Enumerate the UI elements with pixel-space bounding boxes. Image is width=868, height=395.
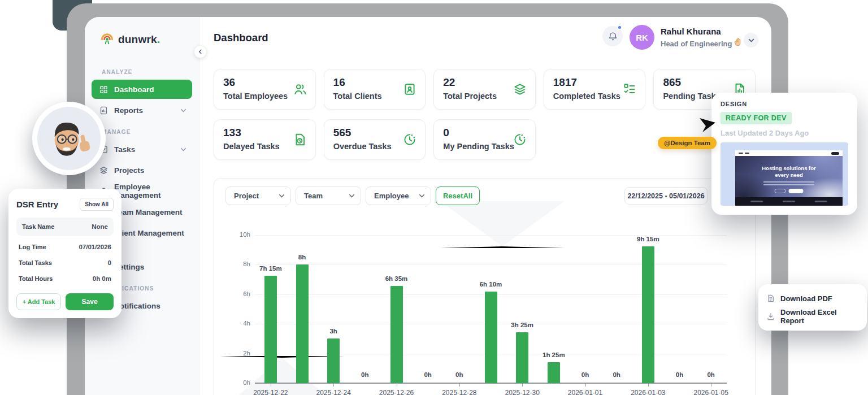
sidebar-item-reports[interactable]: Reports	[92, 101, 192, 120]
logo-icon	[99, 31, 115, 48]
avatar[interactable]: RK	[630, 25, 654, 50]
chart-bar-2025-12-23[interactable]	[296, 264, 309, 383]
employee-filter-select[interactable]: Employee	[366, 186, 431, 205]
reset-all-button[interactable]: ResetAll	[436, 186, 480, 205]
dsr-row-value: 07/01/2026	[79, 244, 111, 250]
chart-bar-2025-12-29[interactable]	[485, 292, 497, 383]
doc-icon	[766, 294, 775, 303]
clock-icon	[513, 132, 527, 147]
logo-text: dunwrk.	[118, 33, 160, 46]
app-window: dunwrk. ANALYZEDashboardReportsMANAGETas…	[85, 17, 771, 395]
mock-navbar	[735, 150, 843, 156]
bell-icon	[607, 31, 618, 42]
menu-item-label: Download PDF	[780, 294, 832, 303]
chart-bar-2025-12-31[interactable]	[548, 362, 560, 383]
project-filter-select[interactable]: Project	[225, 186, 291, 205]
profile-photo	[32, 102, 106, 175]
mock-subtext	[763, 181, 814, 185]
bar-value-label: 7h 15m	[251, 265, 290, 272]
sidebar-item-label: Reports	[114, 106, 143, 115]
chevron-down-icon	[180, 107, 186, 114]
dsr-rows: Task NameNoneLog Time07/01/2026Total Tas…	[16, 218, 114, 287]
x-axis-tick	[711, 384, 711, 387]
chevron-down-icon	[180, 146, 186, 153]
page-title: Dashboard	[214, 32, 268, 44]
x-axis-tick	[271, 384, 271, 387]
mock-footer	[735, 197, 843, 206]
stat-card-overdue-tasks: 565Overdue Tasks	[324, 119, 426, 160]
dsr-row-label: Total Hours	[19, 275, 53, 282]
y-axis-label: 10h	[225, 231, 250, 238]
x-axis-label: 2026-01-03	[623, 389, 674, 395]
bar-value-label: 6h 10m	[471, 281, 511, 288]
ready-for-dev-badge: READY FOR DEV	[721, 112, 792, 124]
x-axis-tick	[397, 384, 397, 387]
dsr-row-label: Total Tasks	[19, 259, 52, 266]
sidebar-collapse-button[interactable]	[194, 45, 207, 58]
website-mockup: Hosting solutions for every need	[735, 150, 843, 206]
stat-label: Delayed Tasks	[223, 142, 292, 151]
x-axis-tick	[585, 384, 586, 387]
user-menu-chevron[interactable]	[744, 33, 758, 47]
bar-value-label: 9h 15m	[628, 236, 668, 242]
layers-icon	[513, 82, 527, 97]
chart-bar-2025-12-30[interactable]	[516, 332, 528, 383]
chevron-down-icon	[748, 37, 754, 44]
bar-value-label: 0h	[345, 371, 385, 378]
sidebar-item-label: Dashboard	[114, 85, 154, 94]
stat-card-total-clients: 16Total Clients	[324, 69, 426, 110]
dsr-row-label: Log Time	[19, 244, 46, 250]
chart-bar-2026-01-03[interactable]	[642, 246, 654, 383]
date-range-field[interactable]: 22/12/2025 - 05/01/2026	[624, 187, 708, 205]
stats-row-1: 36Total Employees16Total Clients22Total …	[214, 69, 756, 110]
stat-card-delayed-tasks: 133Delayed Tasks	[214, 119, 316, 160]
x-axis-tick	[648, 384, 649, 387]
y-axis-label: 0h	[225, 379, 250, 386]
download-excel-report-menu-item[interactable]: Download Excel Report	[758, 307, 867, 325]
team-filter-label: Team	[304, 192, 323, 200]
sidebar-item-dashboard[interactable]: Dashboard	[92, 80, 192, 99]
chart-bar-2025-12-22[interactable]	[264, 276, 277, 383]
design-category-label: DESIGN	[721, 101, 848, 107]
idcard-icon	[402, 82, 417, 97]
sidebar-item-tasks[interactable]: Tasks	[92, 140, 192, 159]
download-icon	[766, 312, 775, 321]
bar-value-label: 3h	[314, 328, 353, 335]
stat-label: Total Clients	[333, 92, 402, 101]
docclock-icon	[293, 132, 307, 147]
chart-bar-2025-12-24[interactable]	[327, 338, 340, 383]
project-filter-label: Project	[234, 192, 259, 200]
team-filter-select[interactable]: Team	[296, 186, 361, 205]
stat-card-completed-tasks: 1817Completed Tasks	[544, 69, 646, 110]
x-axis-label: 2026-01-05	[685, 389, 736, 395]
x-axis-label: 2025-12-28	[434, 389, 485, 395]
users-icon	[293, 82, 307, 97]
x-axis-tick	[459, 384, 460, 387]
x-axis-label: 2025-12-22	[245, 389, 296, 395]
save-button[interactable]: Save	[66, 293, 114, 310]
stats-row-2: 133Delayed Tasks565Overdue Tasks0My Pend…	[214, 119, 536, 160]
sidebar-item-projects[interactable]: Projects	[92, 160, 192, 180]
stat-label: Total Employees	[223, 92, 292, 101]
download-pdf-menu-item[interactable]: Download PDF	[758, 289, 867, 307]
download-menu: Download PDFDownload Excel Report	[758, 284, 867, 331]
dsr-row-total-tasks: Total Tasks0	[16, 255, 114, 271]
bar-value-label: 1h 25m	[534, 351, 574, 358]
add-task-button[interactable]: + Add Task	[16, 293, 61, 310]
sidebar-item-label: Tasks	[114, 145, 135, 154]
stat-card-total-employees: 36Total Employees	[214, 69, 316, 110]
design-preview-card: DESIGN READY FOR DEV Last Updated 2 Days…	[711, 93, 857, 215]
stat-label: Completed Tasks	[553, 92, 622, 101]
design-team-badge[interactable]: @Design Team	[658, 137, 717, 149]
y-axis-label: 4h	[225, 320, 250, 327]
hours-bar-chart: 0h2h4h6h8h10h7h 15m2025-12-228h3h2025-12…	[255, 235, 727, 383]
main-content: Dashboard RK Rahul Khurana Head of Engin…	[199, 17, 771, 395]
nav-section-label: ANALYZE	[102, 69, 191, 75]
waving-hand-icon	[733, 37, 743, 47]
stat-card-total-projects: 22Total Projects	[433, 69, 536, 110]
design-thumbnail[interactable]: Hosting solutions for every need	[721, 142, 848, 206]
chevron-down-icon	[419, 193, 425, 199]
grid-icon	[99, 85, 108, 94]
chart-bar-2025-12-26[interactable]	[390, 286, 403, 383]
show-all-button[interactable]: Show All	[80, 198, 114, 211]
